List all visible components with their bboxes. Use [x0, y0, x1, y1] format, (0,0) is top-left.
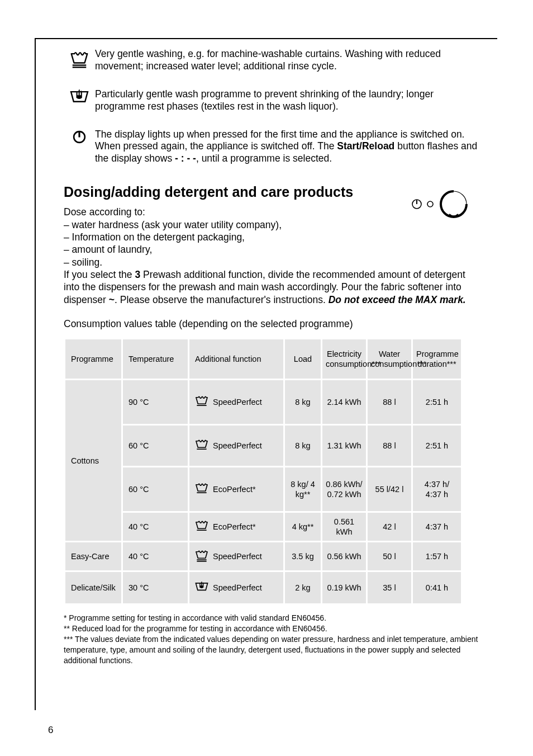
- hand-wash-icon: [64, 88, 95, 105]
- on-off-start-diagram: [406, 189, 473, 219]
- svg-point-6: [427, 201, 433, 207]
- description-row: The display lights up when pressed for t…: [64, 129, 478, 166]
- table-header: Water consumption***: [368, 339, 411, 379]
- dur-cell: 2:51 h: [413, 426, 461, 466]
- dur-cell: 0:41 h: [413, 572, 461, 603]
- elec-cell: 0.19 kWh: [322, 572, 366, 603]
- water-cell: 50 l: [368, 542, 411, 570]
- table-header: Additional function: [189, 339, 283, 379]
- description-text: Very gentle washing, e.g. for machine-wa…: [95, 48, 478, 73]
- elec-cell: 2.14 kWh: [322, 380, 366, 424]
- table-header: Programme: [65, 339, 121, 379]
- table-row: 40 °C EcoPerfect*4 kg**0.561 kWh42 l4:37…: [65, 513, 461, 541]
- prog-cell: Easy-Care: [65, 542, 121, 570]
- elec-cell: 0.86 kWh/ 0.72 kWh: [322, 467, 366, 511]
- dur-cell: 4:37 h/ 4:37 h: [413, 467, 461, 511]
- wash-tub-single-underline-icon: [195, 438, 208, 453]
- table-row: Easy-Care40 °C SpeedPerfect3.5 kg0.56 kW…: [65, 542, 461, 570]
- description-text: The display lights up when pressed for t…: [95, 129, 478, 166]
- table-row: Cottons90 °C SpeedPerfect8 kg2.14 kWh88 …: [65, 380, 461, 424]
- temp-cell: 40 °C: [123, 513, 188, 541]
- water-cell: 88 l: [368, 380, 411, 424]
- wash-tub-single-underline-icon: [195, 481, 208, 497]
- table-intro: Consumption values table (depending on t…: [64, 318, 478, 330]
- table-row: 60 °C EcoPerfect*8 kg/ 4 kg**0.86 kWh/ 0…: [65, 467, 461, 511]
- additional-function-label: SpeedPerfect: [213, 583, 262, 593]
- additional-function-label: SpeedPerfect: [213, 397, 262, 407]
- elec-cell: 0.561 kWh: [322, 513, 366, 541]
- load-cell: 4 kg**: [285, 513, 321, 541]
- dur-cell: 4:37 h: [413, 513, 461, 541]
- temp-cell: 60 °C: [123, 426, 188, 466]
- water-cell: 35 l: [368, 572, 411, 603]
- temp-cell: 60 °C: [123, 467, 188, 511]
- wash-tub-double-underline-icon: [64, 48, 95, 68]
- additional-function-cell: EcoPerfect*: [189, 513, 283, 541]
- additional-function-cell: SpeedPerfect: [189, 380, 283, 424]
- temp-cell: 40 °C: [123, 542, 188, 570]
- consumption-table: ProgrammeTemperatureAdditional functionL…: [64, 338, 463, 605]
- table-row: 60 °C SpeedPerfect8 kg1.31 kWh88 l2:51 h: [65, 426, 461, 466]
- dur-cell: 1:57 h: [413, 542, 461, 570]
- description-row: Particularly gentle wash programme to pr…: [64, 88, 478, 113]
- elec-cell: 1.31 kWh: [322, 426, 366, 466]
- table-header: Programme duration***: [413, 339, 461, 379]
- wash-tub-single-underline-icon: [195, 519, 208, 535]
- section-body: Dose according to:– water hardness (ask …: [64, 206, 478, 306]
- table-header: Electricity consumption***: [322, 339, 366, 379]
- hand-wash-icon: [195, 582, 208, 594]
- load-cell: 8 kg: [285, 426, 321, 466]
- table-header: Temperature: [123, 339, 188, 379]
- water-cell: 55 l/42 l: [368, 467, 411, 511]
- page-number: 6: [48, 725, 53, 736]
- wash-tub-double-underline-icon: [195, 549, 208, 564]
- additional-function-cell: SpeedPerfect: [189, 426, 283, 466]
- additional-function-label: EcoPerfect*: [213, 522, 256, 532]
- load-cell: 3.5 kg: [285, 542, 321, 570]
- load-cell: 2 kg: [285, 572, 321, 603]
- table-header-row: ProgrammeTemperatureAdditional functionL…: [65, 339, 461, 379]
- prog-cell: Delicate/Silk: [65, 572, 121, 603]
- additional-function-label: SpeedPerfect: [213, 551, 262, 561]
- page-content: Very gentle washing, e.g. for machine-wa…: [35, 38, 497, 666]
- water-cell: 42 l: [368, 513, 411, 541]
- additional-function-label: EcoPerfect*: [213, 484, 256, 494]
- additional-function-cell: SpeedPerfect: [189, 542, 283, 570]
- dur-cell: 2:51 h: [413, 380, 461, 424]
- on-off-icon: [64, 129, 95, 144]
- description-row: Very gentle washing, e.g. for machine-wa…: [64, 48, 478, 73]
- load-cell: 8 kg/ 4 kg**: [285, 467, 321, 511]
- temp-cell: 90 °C: [123, 380, 188, 424]
- additional-function-cell: SpeedPerfect: [189, 572, 283, 603]
- additional-function-cell: EcoPerfect*: [189, 467, 283, 511]
- description-text: Particularly gentle wash programme to pr…: [95, 88, 478, 113]
- temp-cell: 30 °C: [123, 572, 188, 603]
- wash-tub-single-underline-icon: [195, 394, 208, 410]
- load-cell: 8 kg: [285, 380, 321, 424]
- table-header: Load: [285, 339, 321, 379]
- water-cell: 88 l: [368, 426, 411, 466]
- prog-cell: Cottons: [65, 380, 121, 541]
- additional-function-label: SpeedPerfect: [213, 441, 262, 451]
- elec-cell: 0.56 kWh: [322, 542, 366, 570]
- table-row: Delicate/Silk30 °C SpeedPerfect2 kg0.19 …: [65, 572, 461, 603]
- table-footnotes: * Programme setting for testing in accor…: [64, 613, 478, 665]
